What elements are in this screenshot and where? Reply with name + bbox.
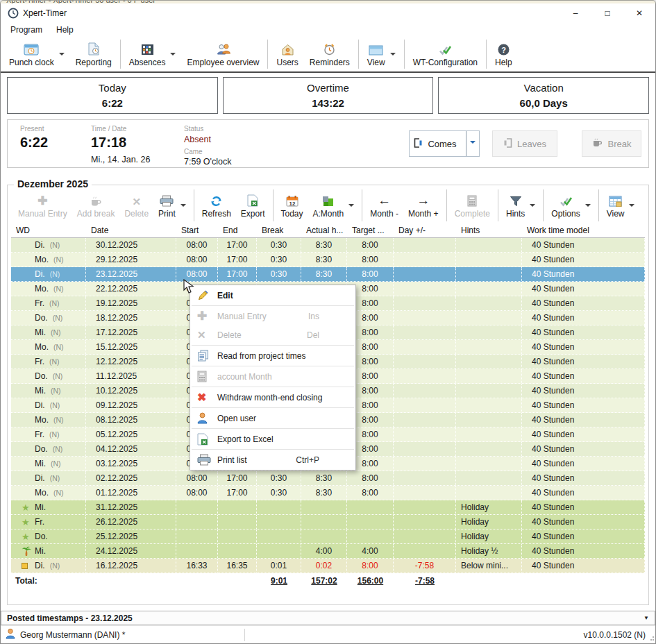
work-time-model-cell: 40 Stunden <box>522 486 645 500</box>
options-button[interactable]: Options <box>546 188 595 223</box>
menu-item-print-list[interactable]: Print list Ctrl+P <box>190 450 355 469</box>
day-diff-cell <box>394 427 456 441</box>
hints-cell <box>456 253 522 266</box>
view-button[interactable]: View <box>362 38 401 70</box>
view-label: View <box>607 209 625 219</box>
column-header-day[interactable]: Day +/- <box>394 223 456 237</box>
employee-overview-button[interactable]: Employee overview <box>181 38 264 70</box>
weekday: Di. <box>35 473 45 483</box>
table-row-31.12.2025[interactable]: ★Mi. 31.12.2025 Holiday 40 Stunden <box>11 500 645 515</box>
wtm-flag: (N) <box>53 343 64 351</box>
excel-export-icon <box>247 194 258 207</box>
month-button[interactable]: → Month + <box>403 188 444 223</box>
date-cell: 19.12.2025 <box>86 296 176 310</box>
date-cell: 23.12.2025 <box>86 267 176 281</box>
actual-cell: 8:30 <box>301 471 347 485</box>
column-header-start[interactable]: Start <box>176 223 218 237</box>
dropdown-arrow-icon[interactable] <box>170 53 176 58</box>
reminders-button[interactable]: Reminders <box>304 38 355 70</box>
menu-help[interactable]: Help <box>49 24 81 36</box>
column-header-end[interactable]: End <box>218 223 257 237</box>
menu-item-read-from-project-times[interactable]: Read from project times <box>190 346 355 365</box>
red-x-icon: ✖ <box>197 392 206 403</box>
statusbar-version: v10.0.0.1502 (N) <box>584 630 655 640</box>
wtm-flag: (N) <box>53 416 64 424</box>
table-row-25.12.2025[interactable]: ★Do. 25.12.2025 Holiday 40 Stunden <box>11 529 645 544</box>
view-button[interactable]: View <box>602 188 640 223</box>
comes-dropdown-arrow[interactable] <box>466 131 479 156</box>
present-value: 6:22 <box>20 135 91 151</box>
table-row-16.12.2025[interactable]: Di.(N) 16.12.2025 16:33 16:35 0:01 0:02 … <box>11 559 645 573</box>
dropdown-arrow-icon[interactable] <box>59 53 65 58</box>
app-clock-icon <box>8 8 19 19</box>
column-header-work-time-model[interactable]: Work time model <box>522 223 645 237</box>
punch-clock-icon <box>24 44 39 56</box>
menu-program[interactable]: Program <box>3 24 49 36</box>
table-row-29.12.2025[interactable]: Mo.(N) 29.12.2025 08:00 17:00 0:30 8:30 … <box>11 253 645 267</box>
resize-grip[interactable] <box>648 636 654 642</box>
menu-item-open-user[interactable]: Open user <box>190 409 355 427</box>
work-time-model-cell: 40 Stunden <box>522 369 645 383</box>
users-button[interactable]: Users <box>271 38 303 70</box>
weekday: Mo. <box>35 255 49 264</box>
day-diff-cell <box>394 267 456 281</box>
manual-entry-label: Manual Entry <box>18 209 67 219</box>
dropdown-arrow-icon[interactable] <box>585 204 591 210</box>
wt-configuration-button[interactable]: WT-Configuration <box>407 38 483 70</box>
absences-button[interactable]: Absences <box>124 38 182 70</box>
column-header-actual-h[interactable]: Actual h... <box>301 223 347 237</box>
menu-item-account-month: account Month <box>190 367 355 386</box>
table-row-01.12.2025[interactable]: Mo.(N) 01.12.2025 08:00 17:00 0:30 8:30 … <box>11 486 645 500</box>
close-button[interactable]: ✕ <box>623 3 655 23</box>
today-button[interactable]: 12 Today <box>276 188 308 223</box>
end-cell: 17:00 <box>218 471 257 485</box>
wtm-flag: (N) <box>51 328 61 337</box>
weekday: Fr. <box>35 298 44 308</box>
month-button[interactable]: ← Month - <box>365 188 403 223</box>
export-button[interactable]: Export <box>236 188 270 223</box>
warn-square-icon <box>22 563 28 569</box>
menu-item-export-to-excel[interactable]: Export to Excel <box>190 430 355 448</box>
comes-button[interactable]: Comes <box>409 130 480 157</box>
day-diff-cell <box>394 340 456 354</box>
reporting-button[interactable]: Reporting <box>70 38 117 70</box>
column-header-break[interactable]: Break <box>257 223 301 237</box>
hints-button[interactable]: Hints <box>501 188 540 223</box>
break-cell <box>257 515 301 529</box>
dropdown-arrow-icon[interactable] <box>348 204 354 210</box>
column-header-hints[interactable]: Hints <box>456 223 522 237</box>
column-header-wd[interactable]: WD <box>11 223 86 237</box>
dropdown-arrow-icon[interactable] <box>530 204 535 210</box>
weekday: Fr. <box>35 517 44 527</box>
punch-clock-button[interactable]: Punch clock <box>3 38 70 70</box>
refresh-button[interactable]: Refresh <box>197 188 236 223</box>
a-month-button[interactable]: A:Month <box>308 188 360 223</box>
table-row-26.12.2025[interactable]: ★Fr. 26.12.2025 Holiday 40 Stunden <box>11 515 645 529</box>
end-cell: 17:00 <box>218 486 257 500</box>
weekday: Mo. <box>35 415 49 425</box>
status-panel: Present 6:22 Time / Date 17:18 Mi., 14. … <box>7 119 649 168</box>
dropdown-arrow-icon[interactable] <box>390 53 396 58</box>
maximize-button[interactable]: □ <box>591 3 623 23</box>
minimize-button[interactable]: – <box>560 3 591 23</box>
dropdown-arrow-icon[interactable] <box>629 204 634 210</box>
print-button[interactable]: Print <box>153 188 191 223</box>
collapse-arrow-icon[interactable]: ▼ <box>644 615 649 621</box>
table-row-02.12.2025[interactable]: Di.(N) 02.12.2025 08:00 17:00 0:30 8:30 … <box>11 471 645 486</box>
menu-item-withdraw-month-end-closing[interactable]: ✖ Withdraw month-end closing <box>190 388 355 407</box>
menu-item-edit[interactable]: Edit <box>190 286 355 305</box>
break-label: Break <box>608 139 632 149</box>
posted-timestamps-bar[interactable]: Posted timestamps - 23.12.2025 ▼ <box>1 611 655 625</box>
column-header-target[interactable]: Target ... <box>347 223 394 237</box>
date-cell: 16.12.2025 <box>86 559 176 573</box>
statusbar-separator <box>244 629 245 641</box>
column-header-date[interactable]: Date <box>86 223 176 237</box>
dropdown-arrow-icon[interactable] <box>180 204 186 210</box>
help-button[interactable]: ? Help <box>489 38 518 70</box>
day-diff-cell <box>394 369 456 383</box>
break-cell: 0:01 <box>257 559 301 573</box>
work-time-model-cell: 40 Stunden <box>522 355 645 368</box>
table-row-23.12.2025[interactable]: Di.(N) 23.12.2025 08:00 17:00 0:30 8:30 … <box>11 267 645 282</box>
table-row-30.12.2025[interactable]: Di.(N) 30.12.2025 08:00 17:00 0:30 8:30 … <box>11 238 645 253</box>
table-row-24.12.2025[interactable]: Mi. 24.12.2025 4:00 4:00 Holiday ½ 40 St… <box>11 544 645 559</box>
